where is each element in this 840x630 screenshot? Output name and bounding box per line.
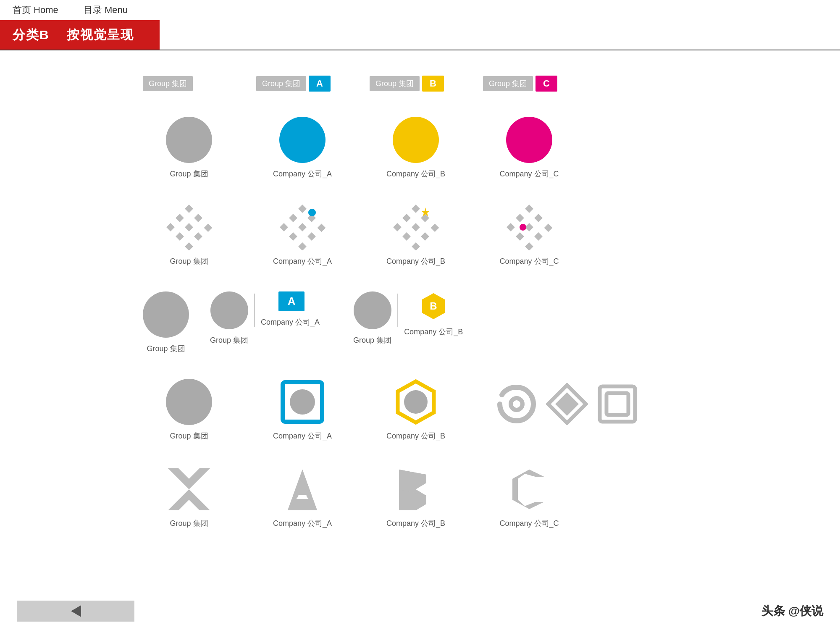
svg-rect-35 bbox=[516, 232, 524, 241]
svg-rect-30 bbox=[525, 242, 533, 250]
geo-b-label: Company 公司_B bbox=[386, 518, 445, 528]
circle-cyan-icon bbox=[279, 117, 326, 163]
geo-a-cell: Company 公司_A bbox=[256, 466, 349, 528]
svg-rect-19 bbox=[412, 205, 420, 213]
geo-b-icon bbox=[393, 466, 439, 512]
outlined-gray-label: Group 集团 bbox=[170, 431, 208, 441]
svg-rect-17 bbox=[298, 223, 307, 231]
svg-rect-7 bbox=[194, 232, 202, 241]
diamond-cyan-icon bbox=[279, 204, 326, 250]
row3-combo-b: Group 集团 B Company 公司_B bbox=[353, 291, 463, 345]
nav-menu[interactable]: 目录 Menu bbox=[84, 4, 128, 16]
outlined-row: Group 集团 Company 公司_A Company 公司_B bbox=[143, 379, 697, 441]
outlined-yellow-icon bbox=[393, 379, 439, 425]
circles-row: Group 集团 Company 公司_A Company 公司_B Compa… bbox=[143, 117, 697, 179]
row3-combo-a: Group 集团 A Company 公司_A bbox=[210, 291, 320, 345]
outlined-gray-icon bbox=[166, 379, 212, 425]
diamond-yellow-label: Company 公司_B bbox=[386, 256, 445, 266]
row3-solo-cell: Group 集团 bbox=[143, 291, 189, 354]
svg-marker-61 bbox=[71, 605, 81, 617]
back-arrow-icon bbox=[69, 604, 82, 619]
circle-yellow-icon bbox=[393, 117, 439, 163]
svg-rect-49 bbox=[606, 393, 628, 415]
badge-group-3: Group 集团 bbox=[370, 76, 420, 91]
circle-magenta-label: Company 公司_C bbox=[499, 169, 559, 179]
outlined-cyan-icon bbox=[279, 379, 326, 425]
svg-rect-15 bbox=[289, 232, 297, 241]
svg-point-44 bbox=[404, 390, 428, 414]
geometric-row: Group 集团 Company 公司_A bbox=[143, 466, 697, 528]
geo-group-cell: Group 集团 bbox=[143, 466, 235, 528]
svg-rect-29 bbox=[525, 205, 533, 213]
diamond-row: Group 集团 Company 公司_A bbox=[143, 204, 697, 266]
badge-group-4: Group 集团 bbox=[483, 76, 533, 91]
row3-badge-a-item: A Company 公司_A bbox=[261, 291, 320, 327]
svg-rect-11 bbox=[280, 223, 288, 231]
geo-b-cell: Company 公司_B bbox=[370, 466, 462, 528]
svg-rect-32 bbox=[544, 224, 552, 232]
row3-solo-label: Group 集团 bbox=[147, 344, 185, 354]
diamond-cyan-cell: Company 公司_A bbox=[256, 204, 349, 266]
badge-group-2: Group 集团 bbox=[256, 76, 306, 91]
svg-rect-8 bbox=[185, 223, 193, 231]
diamond-gray-label: Group 集团 bbox=[170, 256, 208, 266]
outlined-cyan-wrapper bbox=[279, 379, 326, 425]
row3-divider-b bbox=[397, 294, 398, 327]
svg-rect-23 bbox=[402, 214, 411, 222]
diamond-yellow-cell: Company 公司_B bbox=[370, 204, 462, 266]
header-white-section bbox=[160, 20, 840, 50]
row4-extras bbox=[496, 383, 638, 425]
svg-rect-10 bbox=[298, 242, 307, 250]
row3-badge-a-label: Company 公司_A bbox=[261, 317, 320, 327]
main-content: Group 集团 Group 集团 A Group 集团 B Group 集团 … bbox=[0, 50, 840, 579]
outlined-yellow-label: Company 公司_B bbox=[386, 431, 445, 441]
row3-circle-gray bbox=[143, 291, 189, 338]
circle-cyan-cell: Company 公司_A bbox=[256, 117, 349, 179]
row3-circle-a-item: Group 集团 bbox=[210, 291, 248, 345]
footer-nav[interactable] bbox=[17, 601, 134, 622]
row3-circle-b-label: Group 集团 bbox=[353, 335, 391, 345]
badge-letter-c: C bbox=[536, 76, 557, 92]
svg-rect-26 bbox=[421, 232, 429, 241]
svg-point-42 bbox=[290, 389, 315, 415]
subtitle-label: 按视觉呈现 bbox=[67, 28, 134, 42]
outlined-yellow-cell: Company 公司_B bbox=[370, 379, 462, 441]
extra-icon-1 bbox=[496, 383, 538, 425]
top-navigation: 首页 Home 目录 Menu bbox=[0, 0, 840, 20]
svg-rect-25 bbox=[402, 232, 411, 241]
nav-home[interactable]: 首页 Home bbox=[13, 4, 58, 16]
svg-rect-31 bbox=[507, 223, 515, 231]
svg-rect-5 bbox=[194, 214, 202, 222]
svg-rect-12 bbox=[318, 224, 326, 232]
row3-circle-a-label: Group 集团 bbox=[210, 335, 248, 345]
row3-circle-b-item: Group 集团 bbox=[353, 291, 391, 345]
diamond-gray-icon bbox=[166, 204, 212, 250]
row3-hex-b-label: Company 公司_B bbox=[404, 327, 463, 337]
svg-rect-37 bbox=[525, 223, 533, 231]
extra-icon-2 bbox=[546, 383, 588, 425]
footer: 头条 @侠说 bbox=[0, 601, 840, 622]
badge-cell-3: Group 集团 B bbox=[370, 76, 462, 92]
row3-hex-b-icon: B bbox=[419, 291, 448, 321]
outlined-cyan-cell: Company 公司_A bbox=[256, 379, 349, 441]
circle-gray-label: Group 集团 bbox=[170, 169, 208, 179]
svg-rect-34 bbox=[534, 214, 543, 222]
svg-rect-6 bbox=[176, 232, 184, 241]
row3-circle-b-icon bbox=[354, 291, 391, 329]
circle-gray-cell: Group 集团 bbox=[143, 117, 235, 179]
badge-row: Group 集团 Group 集团 A Group 集团 B Group 集团 … bbox=[143, 76, 697, 92]
circle-cyan-label: Company 公司_A bbox=[273, 169, 332, 179]
svg-rect-3 bbox=[204, 224, 212, 232]
diamond-magenta-icon bbox=[506, 204, 552, 250]
geo-a-icon bbox=[279, 466, 326, 512]
row3-badge-a-icon: A bbox=[278, 291, 305, 311]
svg-rect-21 bbox=[393, 223, 402, 231]
svg-rect-1 bbox=[185, 242, 193, 250]
diamond-yellow-icon bbox=[393, 204, 439, 250]
outlined-gray-cell: Group 集团 bbox=[143, 379, 235, 441]
outlined-cyan-label: Company 公司_A bbox=[273, 431, 332, 441]
badge-group-1: Group 集团 bbox=[143, 76, 193, 91]
footer-brand: 头条 @侠说 bbox=[761, 603, 823, 619]
svg-marker-58 bbox=[399, 489, 426, 510]
diamond-magenta-label: Company 公司_C bbox=[499, 256, 559, 266]
